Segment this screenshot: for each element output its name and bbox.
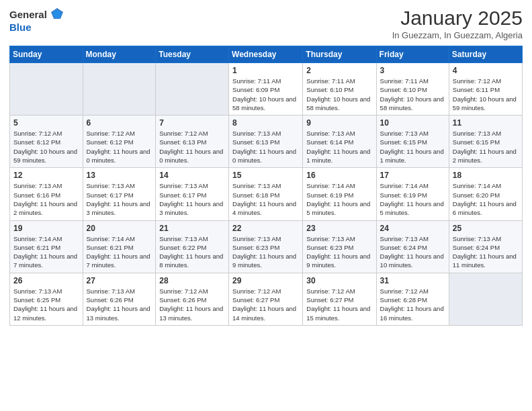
- header-thursday: Thursday: [303, 46, 376, 63]
- day-number: 4: [453, 66, 519, 75]
- calendar-week-row: 5Sunrise: 7:12 AM Sunset: 6:12 PM Daylig…: [10, 116, 523, 168]
- calendar-cell: [449, 273, 522, 325]
- day-number: 31: [380, 276, 445, 285]
- day-info: Sunrise: 7:12 AM Sunset: 6:27 PM Dayligh…: [232, 287, 299, 322]
- day-info: Sunrise: 7:11 AM Sunset: 6:10 PM Dayligh…: [380, 77, 445, 112]
- calendar-cell: 15Sunrise: 7:13 AM Sunset: 6:18 PM Dayli…: [229, 168, 303, 220]
- day-number: 7: [159, 118, 225, 128]
- calendar-cell: 1Sunrise: 7:11 AM Sunset: 6:09 PM Daylig…: [229, 63, 303, 116]
- calendar-cell: 19Sunrise: 7:14 AM Sunset: 6:21 PM Dayli…: [10, 220, 83, 273]
- day-number: 12: [13, 171, 79, 180]
- day-info: Sunrise: 7:13 AM Sunset: 6:13 PM Dayligh…: [232, 129, 299, 165]
- calendar-cell: 14Sunrise: 7:13 AM Sunset: 6:17 PM Dayli…: [156, 168, 229, 220]
- calendar-cell: 26Sunrise: 7:13 AM Sunset: 6:25 PM Dayli…: [10, 273, 83, 325]
- day-info: Sunrise: 7:13 AM Sunset: 6:22 PM Dayligh…: [159, 234, 225, 270]
- day-number: 2: [306, 66, 372, 75]
- day-info: Sunrise: 7:12 AM Sunset: 6:11 PM Dayligh…: [453, 77, 519, 112]
- day-info: Sunrise: 7:14 AM Sunset: 6:19 PM Dayligh…: [306, 181, 372, 217]
- day-number: 20: [87, 224, 152, 233]
- day-number: 10: [380, 118, 445, 128]
- day-number: 11: [453, 118, 519, 128]
- day-info: Sunrise: 7:13 AM Sunset: 6:24 PM Dayligh…: [453, 234, 519, 270]
- calendar-week-row: 1Sunrise: 7:11 AM Sunset: 6:09 PM Daylig…: [10, 63, 523, 116]
- calendar-cell: 9Sunrise: 7:13 AM Sunset: 6:14 PM Daylig…: [303, 116, 376, 168]
- day-number: 15: [232, 171, 299, 180]
- calendar-cell: 20Sunrise: 7:14 AM Sunset: 6:21 PM Dayli…: [83, 220, 156, 273]
- day-info: Sunrise: 7:11 AM Sunset: 6:10 PM Dayligh…: [306, 77, 372, 112]
- calendar-cell: 27Sunrise: 7:13 AM Sunset: 6:26 PM Dayli…: [83, 273, 156, 325]
- calendar-cell: 16Sunrise: 7:14 AM Sunset: 6:19 PM Dayli…: [303, 168, 376, 220]
- day-number: 9: [306, 118, 372, 128]
- calendar-cell: 6Sunrise: 7:12 AM Sunset: 6:12 PM Daylig…: [83, 116, 156, 168]
- logo-flag-icon: [50, 7, 64, 21]
- day-number: 19: [13, 224, 79, 233]
- calendar-cell: 29Sunrise: 7:12 AM Sunset: 6:27 PM Dayli…: [229, 273, 303, 325]
- weekday-header-row: Sunday Monday Tuesday Wednesday Thursday…: [10, 46, 523, 63]
- day-number: 14: [159, 171, 225, 180]
- calendar-cell: 18Sunrise: 7:14 AM Sunset: 6:20 PM Dayli…: [449, 168, 522, 220]
- calendar-cell: 17Sunrise: 7:14 AM Sunset: 6:19 PM Dayli…: [376, 168, 449, 220]
- day-info: Sunrise: 7:13 AM Sunset: 6:18 PM Dayligh…: [232, 181, 299, 217]
- day-info: Sunrise: 7:13 AM Sunset: 6:15 PM Dayligh…: [453, 129, 519, 165]
- day-info: Sunrise: 7:13 AM Sunset: 6:14 PM Dayligh…: [306, 129, 372, 165]
- calendar-cell: 5Sunrise: 7:12 AM Sunset: 6:12 PM Daylig…: [10, 116, 83, 168]
- calendar-cell: 2Sunrise: 7:11 AM Sunset: 6:10 PM Daylig…: [303, 63, 376, 116]
- title-block: January 2025 In Guezzam, In Guezzam, Alg…: [392, 7, 523, 40]
- calendar-cell: 31Sunrise: 7:12 AM Sunset: 6:28 PM Dayli…: [376, 273, 449, 325]
- day-number: 26: [13, 276, 79, 285]
- calendar-cell: 22Sunrise: 7:13 AM Sunset: 6:23 PM Dayli…: [229, 220, 303, 273]
- calendar-location: In Guezzam, In Guezzam, Algeria: [392, 30, 523, 40]
- day-info: Sunrise: 7:13 AM Sunset: 6:23 PM Dayligh…: [306, 234, 372, 270]
- calendar-week-row: 12Sunrise: 7:13 AM Sunset: 6:16 PM Dayli…: [10, 168, 523, 220]
- day-number: 27: [87, 276, 152, 285]
- day-number: 22: [232, 224, 299, 233]
- calendar-cell: [83, 63, 156, 116]
- calendar-table: Sunday Monday Tuesday Wednesday Thursday…: [9, 46, 523, 326]
- calendar-cell: 30Sunrise: 7:12 AM Sunset: 6:27 PM Dayli…: [303, 273, 376, 325]
- day-number: 8: [232, 118, 299, 128]
- day-number: 30: [306, 276, 372, 285]
- day-number: 13: [87, 171, 152, 180]
- logo-blue: Blue: [9, 21, 64, 33]
- header: General Blue January 2025 In Guezzam, In…: [9, 7, 523, 40]
- day-info: Sunrise: 7:13 AM Sunset: 6:25 PM Dayligh…: [13, 287, 79, 322]
- day-number: 17: [380, 171, 445, 180]
- day-info: Sunrise: 7:14 AM Sunset: 6:19 PM Dayligh…: [380, 181, 445, 217]
- page: General Blue January 2025 In Guezzam, In…: [0, 0, 532, 411]
- calendar-cell: 4Sunrise: 7:12 AM Sunset: 6:11 PM Daylig…: [449, 63, 522, 116]
- calendar-cell: 11Sunrise: 7:13 AM Sunset: 6:15 PM Dayli…: [449, 116, 522, 168]
- day-info: Sunrise: 7:11 AM Sunset: 6:09 PM Dayligh…: [232, 77, 299, 112]
- day-number: 25: [453, 224, 519, 233]
- calendar-cell: 13Sunrise: 7:13 AM Sunset: 6:17 PM Dayli…: [83, 168, 156, 220]
- day-number: 6: [87, 118, 152, 128]
- calendar-cell: 7Sunrise: 7:12 AM Sunset: 6:13 PM Daylig…: [156, 116, 229, 168]
- day-info: Sunrise: 7:13 AM Sunset: 6:17 PM Dayligh…: [87, 181, 152, 217]
- day-number: 3: [380, 66, 445, 75]
- logo: General Blue: [9, 7, 64, 33]
- day-info: Sunrise: 7:13 AM Sunset: 6:24 PM Dayligh…: [380, 234, 445, 270]
- day-number: 29: [232, 276, 299, 285]
- day-info: Sunrise: 7:13 AM Sunset: 6:23 PM Dayligh…: [232, 234, 299, 270]
- calendar-cell: 21Sunrise: 7:13 AM Sunset: 6:22 PM Dayli…: [156, 220, 229, 273]
- calendar-week-row: 26Sunrise: 7:13 AM Sunset: 6:25 PM Dayli…: [10, 273, 523, 325]
- day-info: Sunrise: 7:14 AM Sunset: 6:21 PM Dayligh…: [87, 234, 152, 270]
- logo-general: General: [9, 9, 47, 20]
- day-number: 28: [159, 276, 225, 285]
- day-info: Sunrise: 7:13 AM Sunset: 6:16 PM Dayligh…: [13, 181, 79, 217]
- header-sunday: Sunday: [10, 46, 83, 63]
- header-monday: Monday: [83, 46, 156, 63]
- calendar-cell: 10Sunrise: 7:13 AM Sunset: 6:15 PM Dayli…: [376, 116, 449, 168]
- header-tuesday: Tuesday: [156, 46, 229, 63]
- day-info: Sunrise: 7:12 AM Sunset: 6:27 PM Dayligh…: [306, 287, 372, 322]
- calendar-cell: 8Sunrise: 7:13 AM Sunset: 6:13 PM Daylig…: [229, 116, 303, 168]
- day-info: Sunrise: 7:12 AM Sunset: 6:13 PM Dayligh…: [159, 129, 225, 165]
- calendar-cell: 12Sunrise: 7:13 AM Sunset: 6:16 PM Dayli…: [10, 168, 83, 220]
- day-number: 16: [306, 171, 372, 180]
- calendar-cell: 25Sunrise: 7:13 AM Sunset: 6:24 PM Dayli…: [449, 220, 522, 273]
- calendar-week-row: 19Sunrise: 7:14 AM Sunset: 6:21 PM Dayli…: [10, 220, 523, 273]
- calendar-cell: 28Sunrise: 7:12 AM Sunset: 6:26 PM Dayli…: [156, 273, 229, 325]
- day-number: 24: [380, 224, 445, 233]
- day-number: 5: [13, 118, 79, 128]
- day-number: 21: [159, 224, 225, 233]
- day-info: Sunrise: 7:13 AM Sunset: 6:17 PM Dayligh…: [159, 181, 225, 217]
